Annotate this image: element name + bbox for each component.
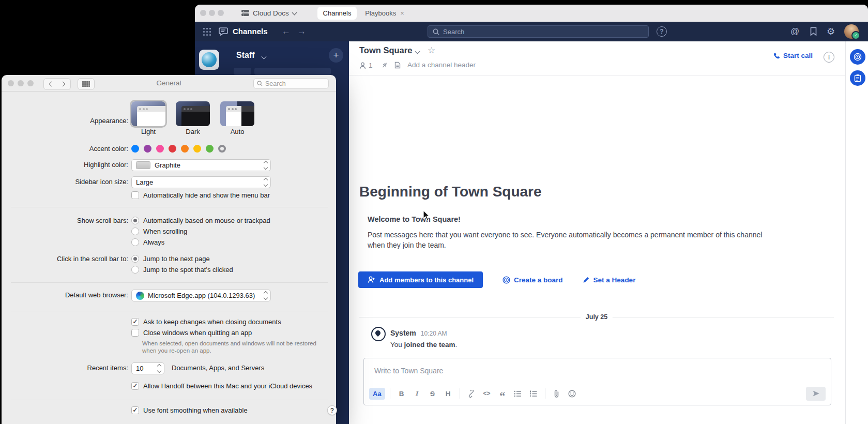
bold-icon[interactable]: B xyxy=(395,387,408,400)
radio-unselected[interactable] xyxy=(131,228,139,235)
scrollbar-click-label: Click in the scroll bar to: xyxy=(57,255,128,263)
channel-menu-chevron-icon[interactable] xyxy=(415,49,420,54)
accent-red[interactable] xyxy=(169,145,176,153)
scrollbar-radio-always[interactable]: Always xyxy=(131,238,164,246)
playbooks-app-icon[interactable] xyxy=(850,70,865,86)
channel-files-icon[interactable] xyxy=(394,62,401,69)
tab-channels[interactable]: Channels xyxy=(317,7,357,20)
checkbox-checked[interactable]: ✓ xyxy=(131,406,139,414)
post-timestamp[interactable]: 10:20 AM xyxy=(421,330,447,337)
favorite-star-icon[interactable]: ☆ xyxy=(428,45,435,56)
radio-selected[interactable] xyxy=(131,217,139,224)
bullet-list-icon[interactable] xyxy=(511,387,525,400)
search-input[interactable]: Search xyxy=(428,25,649,38)
add-channel-button[interactable]: + xyxy=(329,48,343,63)
accent-color-dots xyxy=(131,145,226,153)
font-smoothing-checkbox-row[interactable]: ✓ Use font smoothing when available xyxy=(131,406,248,414)
select-stepper-icon xyxy=(155,365,161,372)
start-call-button[interactable]: Start call xyxy=(773,52,813,59)
create-board-button[interactable]: Create a board xyxy=(502,276,563,284)
appearance-option-light[interactable] xyxy=(131,101,165,126)
add-members-button[interactable]: Add members to this channel xyxy=(358,271,483,288)
product-grid-icon[interactable] xyxy=(203,28,205,29)
accent-orange[interactable] xyxy=(181,145,189,153)
settings-gear-icon[interactable]: ⚙ xyxy=(827,26,835,37)
highlight-color-select[interactable]: Graphite xyxy=(131,159,271,171)
accent-purple[interactable] xyxy=(144,145,151,153)
recent-items-label: Recent items: xyxy=(87,364,128,372)
workspace-switcher[interactable]: Cloud Docs xyxy=(241,5,296,22)
date-divider-label[interactable]: July 25 xyxy=(581,312,613,322)
numbered-list-icon[interactable] xyxy=(527,387,540,400)
checkbox-checked[interactable]: ✓ xyxy=(131,318,139,326)
channel-name[interactable]: Town Square xyxy=(359,46,412,55)
sidebar-filter-chip[interactable] xyxy=(234,68,251,75)
keep-changes-checkbox-row[interactable]: ✓ Ask to keep changes when closing docum… xyxy=(131,318,281,326)
at-mentions-icon[interactable]: @ xyxy=(790,26,799,37)
boards-app-icon[interactable] xyxy=(850,49,865,65)
tab-playbooks[interactable]: Playbooks × xyxy=(361,7,408,20)
accent-green[interactable] xyxy=(206,145,214,153)
message-composer[interactable]: Write to Town Square Aa B I S H <> “ xyxy=(363,358,831,405)
search-icon xyxy=(257,81,263,86)
set-header-button[interactable]: Set a Header xyxy=(583,276,636,284)
accent-graphite-selected[interactable] xyxy=(218,145,226,153)
scrollbar-click-next-page[interactable]: Jump to the next page xyxy=(131,255,210,263)
quote-icon[interactable]: “ xyxy=(496,384,509,403)
history-forward-icon[interactable]: → xyxy=(297,27,306,36)
accent-yellow[interactable] xyxy=(193,145,201,153)
checkbox-unchecked[interactable] xyxy=(131,329,139,337)
scrollbar-click-spot[interactable]: Jump to the spot that's clicked xyxy=(131,266,233,274)
saved-posts-icon[interactable] xyxy=(810,27,817,36)
team-menu-chevron-icon[interactable] xyxy=(262,54,267,59)
recent-items-select[interactable]: 10 xyxy=(131,362,164,374)
radio-unselected[interactable] xyxy=(131,266,139,274)
scrollbar-radio-auto[interactable]: Automatically based on mouse or trackpad xyxy=(131,217,270,224)
link-icon[interactable] xyxy=(465,387,478,400)
strikethrough-icon[interactable]: S xyxy=(426,387,439,400)
appearance-light-label: Light xyxy=(131,128,165,135)
history-back-icon[interactable]: ← xyxy=(282,27,291,36)
team-icon[interactable] xyxy=(199,50,219,70)
pinned-posts-icon[interactable] xyxy=(381,62,388,69)
formatting-toggle-button[interactable]: Aa xyxy=(369,388,385,400)
accent-pink[interactable] xyxy=(156,145,164,153)
send-button[interactable] xyxy=(806,387,826,401)
close-window-button[interactable] xyxy=(200,10,206,16)
scrollbar-radio-when-scrolling[interactable]: When scrolling xyxy=(131,228,187,235)
recent-items-suffix: Documents, Apps, and Servers xyxy=(172,364,264,372)
intro-paragraph: Post messages here that you want everyon… xyxy=(368,230,777,250)
sidebar-search-chip[interactable] xyxy=(254,68,331,75)
menubar-checkbox-row[interactable]: Automatically hide and show the menu bar xyxy=(131,191,270,199)
members-icon[interactable] xyxy=(359,62,366,69)
close-tab-icon[interactable]: × xyxy=(400,9,404,17)
prefs-search-field[interactable]: Search xyxy=(253,78,329,89)
sidebar-icon-size-select[interactable]: Large xyxy=(131,176,271,188)
checkbox-unchecked[interactable] xyxy=(131,191,139,199)
member-count[interactable]: 1 xyxy=(369,62,373,69)
emoji-icon[interactable] xyxy=(566,387,579,400)
post-author[interactable]: System xyxy=(390,329,416,337)
checkbox-checked[interactable]: ✓ xyxy=(131,382,139,390)
help-icon[interactable]: ? xyxy=(657,26,667,37)
heading-icon[interactable]: H xyxy=(441,387,455,400)
default-browser-select[interactable]: Microsoft Edge.app (104.0.1293.63) xyxy=(131,290,271,301)
team-name[interactable]: Staff xyxy=(236,51,255,60)
close-windows-checkbox-row[interactable]: Close windows when quitting an app xyxy=(131,329,252,337)
radio-selected[interactable] xyxy=(131,255,139,263)
zoom-window-button[interactable] xyxy=(218,10,224,16)
appearance-option-auto[interactable] xyxy=(220,101,254,126)
help-question-button[interactable]: ? xyxy=(327,405,337,415)
handoff-checkbox-row[interactable]: ✓ Allow Handoff between this Mac and you… xyxy=(131,382,312,390)
italic-icon[interactable]: I xyxy=(410,387,424,400)
accent-blue[interactable] xyxy=(131,145,139,153)
minimize-window-button[interactable] xyxy=(209,10,215,16)
user-avatar[interactable]: ✓ xyxy=(844,24,859,39)
channel-info-icon[interactable]: i xyxy=(824,52,834,63)
channel-header-placeholder[interactable]: Add a channel header xyxy=(407,61,476,69)
radio-unselected[interactable] xyxy=(131,238,139,246)
attachment-paperclip-icon[interactable] xyxy=(550,387,564,400)
checkbox-help-note: When selected, open documents and window… xyxy=(142,340,316,354)
appearance-option-dark[interactable] xyxy=(176,101,210,126)
code-icon[interactable]: <> xyxy=(480,387,494,400)
